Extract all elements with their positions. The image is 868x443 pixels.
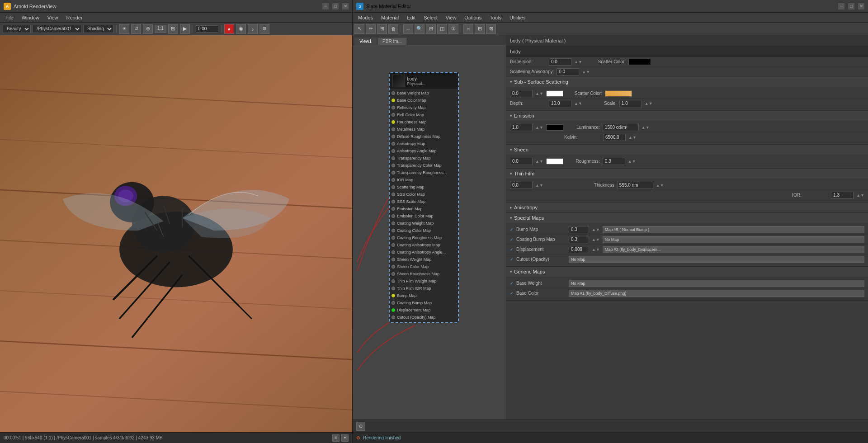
menu-edit[interactable]: Edit (403, 14, 419, 21)
scale-input[interactable] (619, 100, 642, 107)
luminance-spinners[interactable]: ▲▼ (642, 125, 650, 130)
connect-btn[interactable]: ⊞ (377, 24, 387, 34)
menu-utilities[interactable]: Utilities (506, 14, 529, 21)
select-tool-btn[interactable]: ↖ (354, 24, 364, 34)
emission-value-input[interactable] (510, 124, 533, 131)
roughness-sheen-input[interactable] (603, 158, 625, 165)
scatter-color-right-swatch[interactable] (605, 90, 632, 97)
depth-input[interactable] (549, 100, 571, 107)
value-input[interactable] (196, 25, 218, 33)
scale-spinners[interactable]: ▲▼ (645, 101, 653, 106)
displacement-map-name[interactable]: Map #2 (fly_body_Displacem... (603, 246, 864, 253)
slate-maximize-button[interactable]: □ (848, 3, 854, 9)
zoom-btn[interactable]: 🔍 (415, 24, 425, 34)
sss-spinners[interactable]: ▲▼ (535, 91, 543, 96)
menu-render[interactable]: Render (63, 14, 86, 21)
bump-map-name[interactable]: Map #5 ( Normal Bump ) (603, 226, 864, 233)
slate-minimize-button[interactable]: ─ (838, 3, 844, 9)
number-btn[interactable]: ① (448, 24, 458, 34)
graph-tab-pbr[interactable]: PBR Im... (377, 38, 407, 45)
menu-view[interactable]: View (44, 14, 62, 21)
base-color-check[interactable]: ✓ (510, 291, 514, 296)
base-color-map-name[interactable]: Map #1 (fly_body_Diffuse.png) (569, 290, 864, 297)
bump-check[interactable]: ✓ (510, 227, 514, 232)
menu-file[interactable]: File (2, 14, 17, 21)
binoculars-btn[interactable]: ⊙ (356, 422, 365, 431)
menu-tools[interactable]: Tools (486, 14, 505, 21)
coating-bump-spinners[interactable]: ▲▼ (592, 237, 600, 242)
sheen-color-swatch[interactable] (546, 158, 563, 165)
ior-input[interactable] (831, 192, 854, 199)
move-btn[interactable]: ↔ (403, 24, 413, 34)
delete-btn[interactable]: 🗑 (388, 24, 398, 34)
sss-value-input[interactable] (510, 90, 533, 97)
cutout-check[interactable]: ✓ (510, 257, 514, 262)
audio-btn[interactable]: ♪ (248, 24, 258, 34)
slate-close-button[interactable]: ✕ (858, 3, 864, 9)
ior-spinners[interactable]: ▲▼ (856, 193, 864, 198)
maximize-button[interactable]: □ (332, 3, 339, 9)
settings-btn[interactable]: ⚙ (259, 24, 269, 34)
cutout-map-name[interactable]: No Map (569, 256, 864, 263)
thickness-input[interactable] (617, 182, 653, 189)
depth-spinners[interactable]: ▲▼ (574, 101, 582, 106)
dispersion-input[interactable] (549, 58, 571, 66)
thin-film-section-header[interactable]: ▾ Thin Film (506, 169, 868, 179)
displacement-spinners[interactable]: ▲▼ (592, 247, 600, 252)
menu-select[interactable]: Select (420, 14, 441, 21)
menu-view[interactable]: View (442, 14, 460, 21)
beauty-dropdown[interactable]: Beauty (3, 25, 31, 33)
camera-btn[interactable]: ⊕ (143, 24, 153, 34)
anisotropy-section-header[interactable]: ▸ Anisotropy (506, 203, 868, 212)
coating-bump-map-name[interactable]: No Map (603, 236, 864, 243)
kelvin-input[interactable] (603, 134, 626, 141)
status-expand-btn[interactable]: ⊞ (332, 434, 340, 442)
emission-section-header[interactable]: ▾ Emission (506, 111, 868, 121)
sheen-value-input[interactable] (510, 158, 533, 165)
checker-btn[interactable]: ◫ (437, 24, 447, 34)
minimize-button[interactable]: ─ (322, 3, 329, 9)
sheen-spinners[interactable]: ▲▼ (535, 159, 543, 164)
node-layout-btn[interactable]: ⊟ (475, 24, 485, 34)
shading-dropdown[interactable]: Shading (83, 25, 113, 33)
refresh-btn[interactable]: ↺ (131, 24, 141, 34)
menu-window[interactable]: Window (18, 14, 43, 21)
play-btn[interactable]: ▶ (180, 24, 190, 34)
thin-film-spinners[interactable]: ▲▼ (535, 183, 543, 188)
scattering-anisotropy-input[interactable] (557, 68, 579, 75)
emission-spinners[interactable]: ▲▼ (535, 125, 543, 130)
dispersion-spinners[interactable]: ▲▼ (574, 60, 582, 64)
bump-map-value-input[interactable] (569, 226, 589, 233)
sheen-section-header[interactable]: ▾ Sheen (506, 145, 868, 155)
camera-dropdown[interactable]: /PhysCamera001 (33, 25, 81, 33)
layout-btn[interactable]: ≡ (463, 24, 473, 34)
sss-section-header[interactable]: ▾ Sub - Surface Scattering (506, 77, 868, 87)
roughness-sheen-spinners[interactable]: ▲▼ (628, 159, 636, 164)
kelvin-spinners[interactable]: ▲▼ (628, 135, 637, 140)
menu-material[interactable]: Material (377, 14, 402, 21)
record-btn[interactable]: ● (224, 24, 234, 34)
generic-maps-header[interactable]: ▾ Generic Maps (506, 267, 868, 277)
base-weight-map-name[interactable]: No Map (569, 280, 864, 287)
luminance-input[interactable] (603, 124, 639, 131)
thin-film-value-input[interactable] (510, 182, 533, 189)
material-node-body[interactable]: body Physical... Base Weight Map Base Co… (389, 72, 459, 323)
status-collapse-btn[interactable]: ▾ (341, 434, 349, 442)
coating-bump-check[interactable]: ✓ (510, 237, 514, 242)
coating-bump-value-input[interactable] (569, 236, 589, 243)
light-btn[interactable]: ☀ (119, 24, 129, 34)
anisotropy-spinners[interactable]: ▲▼ (582, 70, 590, 74)
displacement-check[interactable]: ✓ (510, 247, 514, 252)
base-weight-check[interactable]: ✓ (510, 281, 514, 286)
graph-tab-view1[interactable]: View1 (354, 38, 377, 45)
displacement-value-input[interactable] (569, 246, 589, 253)
menu-modes[interactable]: Modes (354, 14, 377, 21)
bump-spinners[interactable]: ▲▼ (592, 227, 600, 232)
emission-color-swatch[interactable] (546, 124, 563, 131)
grid-view-btn[interactable]: ⊞ (426, 24, 436, 34)
tree-btn[interactable]: ⊠ (486, 24, 496, 34)
grid-btn[interactable]: ⊞ (168, 24, 178, 34)
paint-btn[interactable]: ✏ (366, 24, 376, 34)
special-maps-header[interactable]: ▾ Special Maps (506, 213, 868, 223)
sss-color-swatch[interactable] (546, 90, 563, 97)
